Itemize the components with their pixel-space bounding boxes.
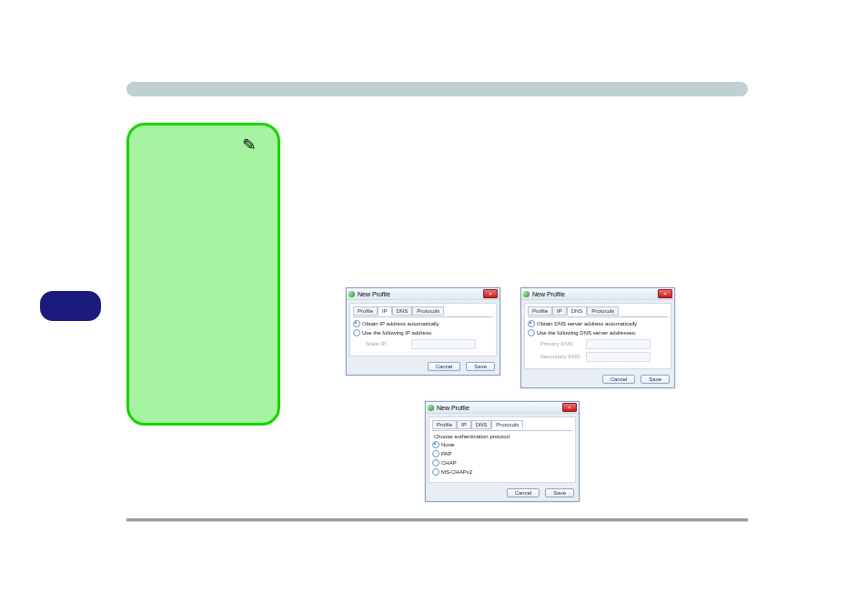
- dns-auto-label: Obtain DNS server address automatically: [537, 321, 637, 326]
- save-button[interactable]: Save: [545, 488, 574, 497]
- header-bar: [126, 82, 748, 96]
- save-button[interactable]: Save: [641, 375, 670, 384]
- radio-ip-auto[interactable]: [353, 320, 360, 327]
- globe-icon: [523, 291, 530, 297]
- dns-manual-label: Use the following DNS server addresses:: [537, 330, 636, 336]
- secondary-dns-label: Secondary DNS:: [540, 354, 586, 359]
- save-button[interactable]: Save: [466, 362, 495, 371]
- close-button[interactable]: ×: [562, 403, 577, 412]
- proto-pap-label: PAP: [441, 451, 452, 456]
- globe-icon: [348, 291, 355, 297]
- close-button[interactable]: ×: [658, 289, 672, 298]
- cancel-button[interactable]: Cancel: [602, 375, 636, 384]
- proto-none-label: None: [441, 442, 454, 447]
- new-profile-dialog-dns: New Profile × Profile IP DNS Protocols O…: [520, 287, 675, 388]
- new-profile-dialog-ip: New Profile × Profile IP DNS Protocols O…: [346, 287, 500, 376]
- radio-proto-chap[interactable]: [432, 459, 439, 467]
- radio-proto-pap[interactable]: [432, 450, 439, 457]
- proto-chap-label: CHAP: [441, 460, 457, 466]
- auth-heading: Choose authentication protocol:: [434, 434, 572, 439]
- dialog-title: New Profile: [358, 291, 390, 297]
- tabs: Profile IP DNS Protocols: [528, 306, 668, 315]
- side-pill: [40, 291, 101, 321]
- dialog-title-bar[interactable]: New Profile ×: [426, 402, 579, 414]
- dialog-title-bar[interactable]: New Profile ×: [347, 288, 500, 300]
- tab-profile[interactable]: Profile: [353, 306, 378, 316]
- radio-proto-mschapv2[interactable]: [432, 468, 439, 476]
- ip-manual-label: Use the following IP address:: [362, 330, 433, 336]
- proto-mschapv2-label: MS-CHAPv2: [441, 469, 472, 475]
- static-ip-field[interactable]: ...: [411, 339, 476, 349]
- ip-auto-label: Obtain IP address automatically: [362, 321, 439, 326]
- radio-dns-auto[interactable]: [528, 320, 535, 327]
- globe-icon: [428, 405, 434, 411]
- radio-ip-manual[interactable]: [353, 329, 360, 336]
- primary-dns-field[interactable]: ...: [586, 339, 651, 349]
- note-box: ✎: [126, 123, 280, 426]
- footer-rule: [126, 518, 748, 521]
- tab-profile[interactable]: Profile: [528, 306, 552, 316]
- primary-dns-label: Primary DNS:: [540, 341, 586, 346]
- tab-ip[interactable]: IP: [552, 306, 567, 316]
- tab-ip[interactable]: IP: [457, 420, 471, 429]
- tab-protocols[interactable]: Protocols: [491, 420, 523, 429]
- radio-proto-none[interactable]: [432, 441, 439, 448]
- dialog-title: New Profile: [437, 405, 469, 411]
- dialog-title-bar[interactable]: New Profile ×: [521, 288, 674, 300]
- radio-dns-manual[interactable]: [528, 329, 535, 336]
- tab-dns[interactable]: DNS: [471, 420, 492, 429]
- new-profile-dialog-protocols: New Profile × Profile IP DNS Protocols C…: [425, 401, 580, 502]
- secondary-dns-field[interactable]: ...: [586, 352, 651, 362]
- tab-protocols[interactable]: Protocols: [412, 306, 444, 316]
- tab-dns[interactable]: DNS: [567, 306, 588, 316]
- tabs: Profile IP DNS Protocols: [353, 306, 493, 315]
- tabs: Profile IP DNS Protocols: [432, 419, 572, 428]
- close-button[interactable]: ×: [483, 289, 498, 298]
- cancel-button[interactable]: Cancel: [428, 362, 461, 371]
- cancel-button[interactable]: Cancel: [507, 488, 540, 497]
- tab-ip[interactable]: IP: [378, 306, 392, 316]
- tab-profile[interactable]: Profile: [432, 420, 457, 429]
- pen-icon: ✎: [241, 134, 257, 155]
- tab-dns[interactable]: DNS: [392, 306, 413, 316]
- dialog-title: New Profile: [532, 291, 565, 297]
- tab-protocols[interactable]: Protocols: [587, 306, 619, 316]
- static-ip-label: Static IP:: [366, 341, 411, 346]
